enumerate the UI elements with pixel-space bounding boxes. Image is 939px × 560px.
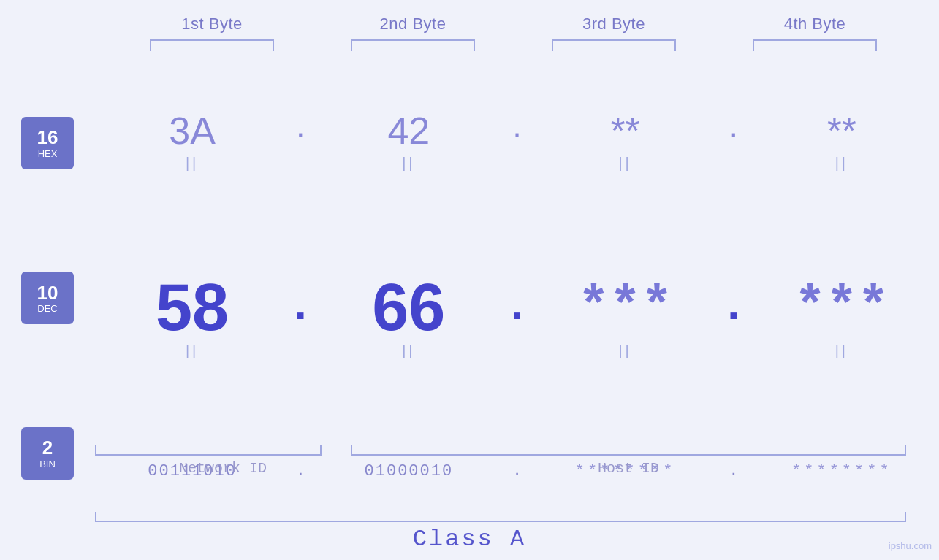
dec-dot1: . bbox=[287, 283, 313, 332]
watermark: ipshu.com bbox=[889, 540, 932, 551]
byte-label-3: 3rd Byte bbox=[514, 15, 715, 34]
hex-dot2: . bbox=[509, 115, 525, 145]
top-bracket-row bbox=[112, 39, 916, 51]
network-id-label: Network ID bbox=[95, 460, 351, 477]
hex-byte4: ** bbox=[827, 109, 856, 153]
hex-value-row: 3A . 42 . ** . ** bbox=[95, 109, 939, 153]
byte-label-4: 4th Byte bbox=[715, 15, 916, 34]
dec-dot2: . bbox=[504, 283, 531, 332]
hex-dot3: . bbox=[726, 115, 742, 145]
byte-label-2: 2nd Byte bbox=[313, 15, 514, 34]
dec-badge: 10 DEC bbox=[21, 272, 74, 324]
id-labels: Network ID Host ID bbox=[95, 460, 906, 477]
byte-label-1: 1st Byte bbox=[112, 15, 313, 34]
class-label-row: Class A bbox=[0, 526, 939, 553]
network-bracket bbox=[95, 445, 322, 456]
hex-byte1: 3A bbox=[169, 109, 216, 153]
full-bracket-section bbox=[95, 512, 939, 522]
sep-row-1: || || || || bbox=[95, 153, 939, 174]
dec-byte1: 58 bbox=[156, 275, 229, 340]
bin-badge: 2 BIN bbox=[21, 427, 74, 480]
id-brackets bbox=[95, 445, 906, 456]
dec-byte2: 66 bbox=[372, 275, 445, 340]
dec-value-row: 58 . 66 . *** . *** bbox=[95, 275, 939, 340]
main-container: 1st Byte 2nd Byte 3rd Byte 4th Byte 16 H… bbox=[0, 0, 939, 560]
hex-byte3: ** bbox=[610, 109, 639, 153]
bracket-gap bbox=[322, 445, 351, 456]
hex-row: 3A . 42 . ** . ** || bbox=[95, 109, 939, 174]
dec-byte3: *** bbox=[578, 277, 673, 337]
dec-byte4: *** bbox=[794, 277, 889, 337]
host-bracket bbox=[351, 445, 906, 456]
full-bracket bbox=[95, 512, 906, 522]
hex-dot1: . bbox=[292, 115, 308, 145]
base-labels-column: 16 HEX 10 DEC 2 BIN bbox=[0, 58, 95, 560]
class-label: Class A bbox=[413, 526, 526, 553]
hex-badge: 16 HEX bbox=[21, 117, 74, 169]
dec-dot3: . bbox=[721, 283, 747, 332]
hex-byte2: 42 bbox=[387, 109, 430, 153]
dec-row: 58 . 66 . *** . *** bbox=[95, 275, 939, 362]
bottom-bracket-labels: Network ID Host ID bbox=[95, 445, 939, 487]
host-id-label: Host ID bbox=[351, 460, 906, 477]
byte-labels-row: 1st Byte 2nd Byte 3rd Byte 4th Byte bbox=[112, 15, 916, 34]
sep-row-2: || || || || bbox=[95, 340, 939, 362]
